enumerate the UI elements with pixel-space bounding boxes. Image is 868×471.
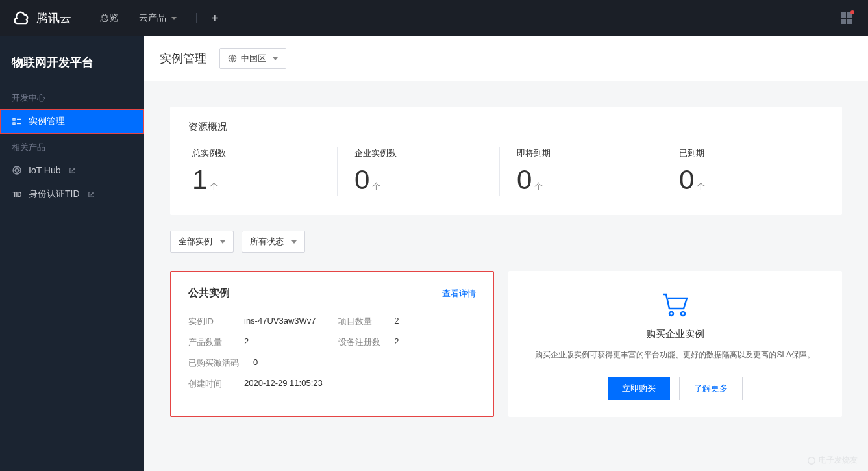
stat-label: 总实例数 [192, 147, 320, 159]
kv-value: 2 [244, 337, 249, 348]
divider [196, 13, 197, 23]
sidebar: 物联网开发平台 开发中心 实例管理 相关产品 IoT Hub TID 身份认证T… [0, 36, 144, 471]
stat-value: 0 [517, 164, 532, 196]
stats-card: 资源概况 总实例数 1个 企业实例数 0个 即将到期 0个 [170, 107, 842, 215]
learn-more-button[interactable]: 了解更多 [679, 377, 743, 400]
kv-key: 实例ID [188, 316, 232, 327]
sidebar-group-related: 相关产品 [0, 134, 144, 159]
kv-value: ins-47UV3aw3Wv7 [244, 316, 316, 327]
tid-icon: TID [12, 189, 22, 199]
view-detail-link[interactable]: 查看详情 [442, 288, 476, 299]
sidebar-item-iothub[interactable]: IoT Hub [0, 159, 144, 182]
sidebar-group-dev: 开发中心 [0, 84, 144, 109]
stats-row: 总实例数 1个 企业实例数 0个 即将到期 0个 已到期 0个 [188, 147, 824, 196]
stat-value: 1 [192, 164, 207, 196]
svg-rect-0 [13, 118, 15, 120]
sidebar-item-label: IoT Hub [29, 165, 61, 175]
stat-unit: 个 [534, 181, 543, 192]
chevron-down-icon [220, 240, 225, 244]
stat-value: 0 [679, 164, 694, 196]
svg-point-4 [16, 169, 19, 172]
add-tab-button[interactable]: + [207, 11, 223, 26]
kv-key: 已购买激活码 [188, 357, 242, 369]
watermark: 电子发烧友 [807, 455, 858, 466]
kv-key: 设备注册数 [338, 337, 382, 348]
filter-row: 全部实例 所有状态 [170, 231, 842, 253]
sidebar-item-tid[interactable]: TID 身份认证TID [0, 182, 144, 207]
filter-status[interactable]: 所有状态 [242, 231, 305, 253]
public-instance-card: 公共实例 查看详情 实例IDins-47UV3aw3Wv7 项目数量2 产品数量… [170, 271, 494, 417]
filter-label: 全部实例 [179, 236, 212, 248]
buy-enterprise-card: 购买企业实例 购买企业版实例可获得更丰富的平台功能、更好的数据隔离以及更高的SL… [508, 271, 843, 417]
svg-point-13 [808, 457, 815, 464]
apps-grid-icon[interactable] [841, 12, 852, 24]
hub-icon [12, 165, 22, 175]
page-title: 实例管理 [160, 51, 206, 66]
svg-point-12 [681, 312, 685, 316]
chevron-down-icon [273, 57, 278, 60]
external-link-icon [69, 167, 76, 174]
stat-label: 即将到期 [517, 147, 645, 159]
external-link-icon [88, 191, 95, 198]
filter-label: 所有状态 [250, 236, 284, 248]
filter-instance-type[interactable]: 全部实例 [170, 231, 234, 253]
kv-key: 项目数量 [338, 316, 382, 327]
stat-expired: 已到期 0个 [662, 147, 824, 196]
kv-key: 创建时间 [188, 378, 232, 390]
list-icon [12, 116, 22, 127]
stat-enterprise: 企业实例数 0个 [338, 147, 500, 196]
buy-title: 购买企业实例 [646, 328, 704, 340]
instance-title: 公共实例 [188, 286, 230, 300]
brand-text: 腾讯云 [36, 10, 71, 26]
sidebar-item-label: 实例管理 [29, 116, 65, 127]
svg-rect-1 [13, 123, 15, 125]
region-selector[interactable]: 中国区 [219, 48, 286, 69]
brand-logo[interactable]: 腾讯云 [13, 9, 71, 27]
main-content: 实例管理 中国区 资源概况 总实例数 1个 企业实例数 0个 [144, 36, 868, 471]
buy-description: 购买企业版实例可获得更丰富的平台功能、更好的数据隔离以及更高的SLA保障。 [535, 348, 815, 363]
kv-value: 2 [394, 337, 399, 348]
kv-value: 0 [253, 357, 258, 369]
cloud-icon [13, 9, 31, 27]
cart-icon [660, 290, 691, 319]
globe-icon [228, 54, 237, 63]
region-label: 中国区 [241, 53, 266, 64]
stat-total: 总实例数 1个 [188, 147, 338, 196]
sidebar-item-label: 身份认证TID [29, 188, 80, 200]
stat-label: 已到期 [679, 147, 807, 159]
buy-now-button[interactable]: 立即购买 [608, 377, 670, 400]
top-nav: 总览 云产品 + [91, 8, 223, 28]
stat-unit: 个 [697, 181, 705, 192]
stat-unit: 个 [210, 181, 218, 192]
kv-value: 2020-12-29 11:05:23 [244, 378, 323, 390]
nav-overview[interactable]: 总览 [91, 8, 127, 28]
stat-expiring: 即将到期 0个 [500, 147, 662, 196]
kv-value: 2 [394, 316, 399, 327]
svg-point-11 [669, 312, 673, 316]
stats-title: 资源概况 [188, 121, 824, 133]
stat-unit: 个 [372, 181, 380, 192]
stat-value: 0 [354, 164, 369, 196]
stat-label: 企业实例数 [354, 147, 482, 159]
nav-products[interactable]: 云产品 [130, 8, 186, 28]
sidebar-item-instance[interactable]: 实例管理 [0, 109, 144, 134]
page-header: 实例管理 中国区 [144, 36, 868, 81]
sidebar-title: 物联网开发平台 [0, 48, 144, 84]
nav-products-label: 云产品 [139, 12, 166, 24]
kv-key: 产品数量 [188, 337, 232, 348]
chevron-down-icon [291, 240, 297, 244]
topbar: 腾讯云 总览 云产品 + [0, 0, 868, 36]
chevron-down-icon [171, 17, 177, 20]
topbar-right [841, 12, 852, 24]
